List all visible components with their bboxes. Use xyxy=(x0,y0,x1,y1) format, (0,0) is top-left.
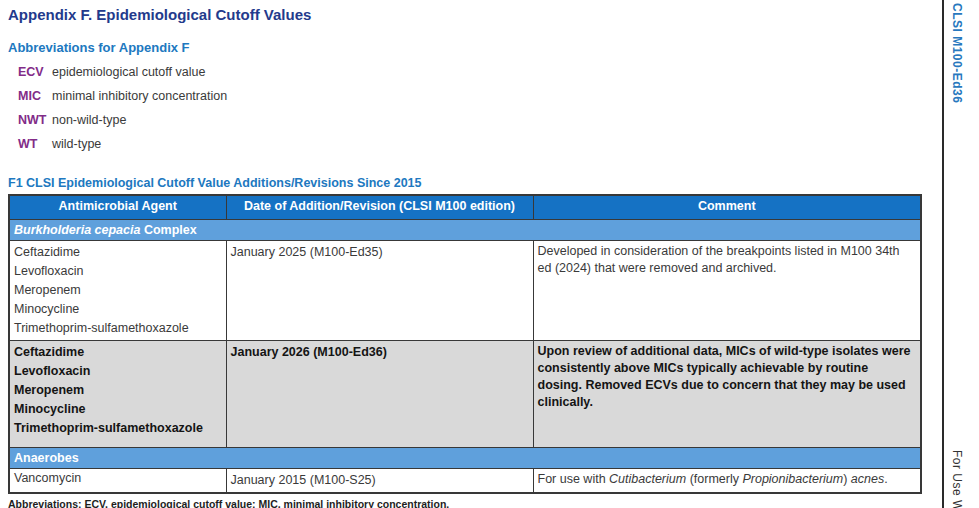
abbreviation-definition: epidemiological cutoff value xyxy=(52,65,205,80)
agent-line: Meropenem xyxy=(14,381,221,400)
abbreviation-term: ECV xyxy=(18,65,52,80)
agent-line: Levofloxacin xyxy=(14,262,221,281)
comment-cell: For use with Cutibacterium (formerly Pro… xyxy=(533,469,921,494)
abbreviations-heading: Abbreviations for Appendix F xyxy=(8,40,920,56)
comment-cell: Upon review of additional data, MICs of … xyxy=(533,341,921,448)
agent-line: Ceftazidime xyxy=(14,243,221,262)
side-label-usage: For Use W xyxy=(950,450,964,508)
table-row-2026: Ceftazidime Levofloxacin Meropenem Minoc… xyxy=(9,341,921,448)
agent-line: Meropenem xyxy=(14,281,221,300)
abbreviation-item: MIC minimal inhibitory concentration xyxy=(8,89,920,104)
agent-line: Minocycline xyxy=(14,300,221,319)
abbreviation-item: ECV epidemiological cutoff value xyxy=(8,65,920,80)
agent-cell: Ceftazidime Levofloxacin Meropenem Minoc… xyxy=(9,241,226,341)
table-row-vancomycin: Vancomycin January 2015 (M100-S25) For u… xyxy=(9,469,921,494)
abbreviation-definition: non-wild-type xyxy=(52,113,126,128)
group-row-burkholderia: Burkholderia cepacia Complex xyxy=(9,220,921,241)
column-header-agent: Antimicrobial Agent xyxy=(9,195,226,220)
group-row-anaerobes: Anaerobes xyxy=(9,448,921,469)
abbreviation-term: NWT xyxy=(18,113,52,128)
abbreviation-term: WT xyxy=(18,137,52,152)
table-header-row: Antimicrobial Agent Date of Addition/Rev… xyxy=(9,195,921,220)
content-area: Appendix F. Epidemiological Cutoff Value… xyxy=(8,5,920,508)
abbreviation-item: WT wild-type xyxy=(8,137,920,152)
agent-cell: Vancomycin xyxy=(9,469,226,494)
agent-line: Trimethoprim-sulfamethoxazole xyxy=(14,419,221,438)
agent-line: Levofloxacin xyxy=(14,362,221,381)
group-label: Burkholderia cepacia Complex xyxy=(9,220,921,241)
agent-line: Minocycline xyxy=(14,400,221,419)
document-page: Appendix F. Epidemiological Cutoff Value… xyxy=(0,0,979,508)
agent-line: Ceftazidime xyxy=(14,343,221,362)
group-label: Anaerobes xyxy=(9,448,921,469)
abbreviation-term: MIC xyxy=(18,89,52,104)
abbreviation-definition: wild-type xyxy=(52,137,101,152)
date-cell: January 2015 (M100-S25) xyxy=(226,469,533,494)
abbreviations-list: ECV epidemiological cutoff value MIC min… xyxy=(8,65,920,152)
date-cell: January 2025 (M100-Ed35) xyxy=(226,241,533,341)
abbreviation-item: NWT non-wild-type xyxy=(8,113,920,128)
abbreviation-definition: minimal inhibitory concentration xyxy=(52,89,227,104)
table-footnote: Abbreviations: ECV, epidemiological cuto… xyxy=(8,498,920,508)
comment-cell: Developed in consideration of the breakp… xyxy=(533,241,921,341)
agent-cell: Ceftazidime Levofloxacin Meropenem Minoc… xyxy=(9,341,226,448)
table-caption: F1 CLSI Epidemiological Cutoff Value Add… xyxy=(8,176,920,191)
side-label-edition: CLSI M100-Ed36 xyxy=(950,3,964,103)
column-header-comment: Comment xyxy=(533,195,921,220)
table-row-2025: Ceftazidime Levofloxacin Meropenem Minoc… xyxy=(9,241,921,341)
column-header-date: Date of Addition/Revision (CLSI M100 edi… xyxy=(226,195,533,220)
ecv-revisions-table: Antimicrobial Agent Date of Addition/Rev… xyxy=(8,194,922,494)
page-edge-divider xyxy=(942,0,944,508)
page-title: Appendix F. Epidemiological Cutoff Value… xyxy=(8,5,920,24)
agent-line: Trimethoprim-sulfamethoxazole xyxy=(14,319,221,338)
date-cell: January 2026 (M100-Ed36) xyxy=(226,341,533,448)
